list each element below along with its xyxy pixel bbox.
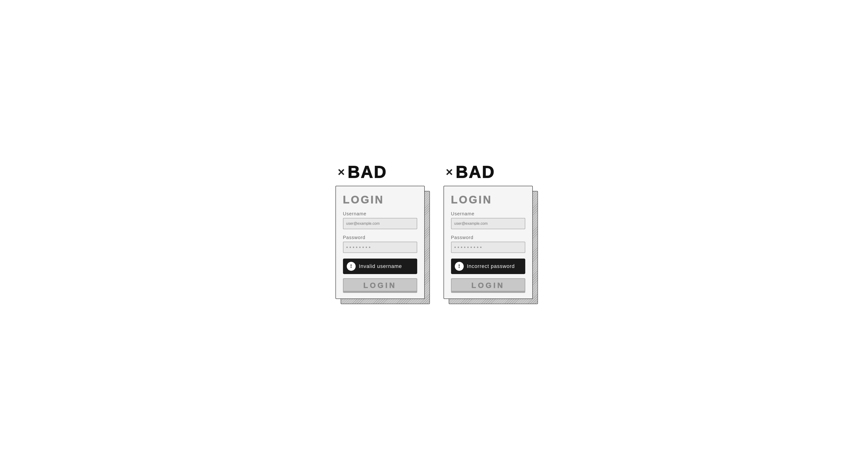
- username-input-2[interactable]: [451, 218, 525, 229]
- bad-label-1: × BAD: [336, 162, 387, 182]
- error-icon-2: !: [455, 262, 464, 271]
- username-input-1[interactable]: [343, 218, 417, 229]
- panel-2-wrapper: × BAD LOGIN Username Password !: [443, 162, 533, 299]
- username-label-2: Username: [451, 211, 525, 217]
- bad-text-2: BAD: [456, 162, 495, 182]
- password-input-2[interactable]: [451, 242, 525, 253]
- exclamation-icon-1: !: [350, 263, 352, 269]
- exclamation-icon-2: !: [458, 263, 460, 269]
- error-banner-2: ! Incorrect password: [451, 259, 525, 274]
- x-mark-icon-2: ×: [446, 166, 453, 178]
- card-face-2: LOGIN Username Password ! Incorrect pass…: [443, 186, 533, 299]
- password-label-2: Password: [451, 235, 525, 240]
- x-mark-icon-1: ×: [338, 166, 345, 178]
- password-label-1: Password: [343, 235, 417, 240]
- page-container: × BAD LOGIN Username Password !: [9, 162, 859, 299]
- bad-label-2: × BAD: [443, 162, 495, 182]
- login-title-2: LOGIN: [451, 193, 525, 206]
- login-button-2[interactable]: LOGIN: [451, 278, 525, 291]
- card-face-1: LOGIN Username Password ! Invalid userna…: [336, 186, 425, 299]
- error-icon-1: !: [347, 262, 355, 271]
- username-group-1: Username: [343, 211, 417, 234]
- password-group-2: Password: [451, 235, 525, 258]
- login-title-1: LOGIN: [343, 193, 417, 206]
- username-group-2: Username: [451, 211, 525, 234]
- error-text-2: Incorrect password: [467, 263, 515, 269]
- password-input-1[interactable]: [343, 242, 417, 253]
- password-group-1: Password: [343, 235, 417, 258]
- card-2: LOGIN Username Password ! Incorrect pass…: [443, 186, 533, 299]
- card-1: LOGIN Username Password ! Invalid userna…: [336, 186, 425, 299]
- bad-text-1: BAD: [348, 162, 387, 182]
- panel-1-wrapper: × BAD LOGIN Username Password !: [336, 162, 425, 299]
- username-label-1: Username: [343, 211, 417, 217]
- login-button-1[interactable]: LOGIN: [343, 278, 417, 291]
- error-text-1: Invalid username: [359, 263, 402, 269]
- error-banner-1: ! Invalid username: [343, 259, 417, 274]
